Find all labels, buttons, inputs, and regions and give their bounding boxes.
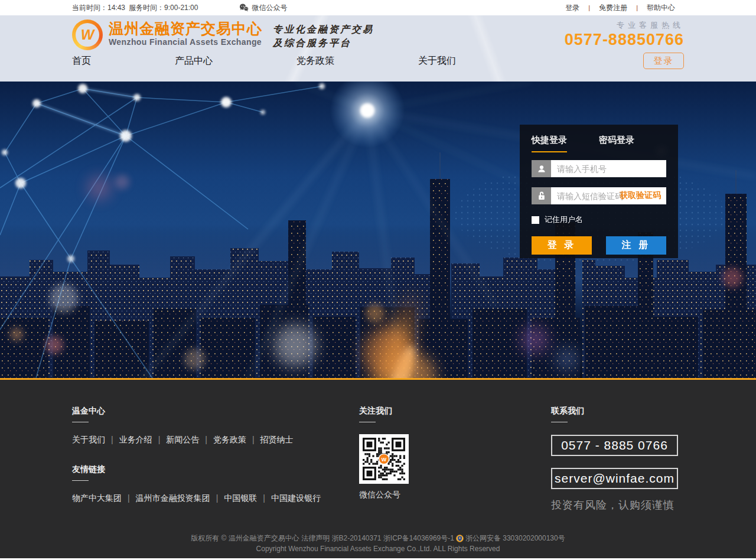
footer-friends-title: 友情链接: [72, 464, 359, 475]
nav-item-products[interactable]: 产品中心: [175, 55, 213, 67]
friend-link-wuchan[interactable]: 物产中大集团: [72, 493, 122, 503]
separator: |: [263, 493, 265, 503]
footer-link-party-policy[interactable]: 党务政策: [213, 435, 246, 444]
tab-password-login[interactable]: 密码登录: [599, 135, 634, 152]
footer-link-business[interactable]: 业务介绍: [119, 435, 152, 444]
nav-item-party-policy[interactable]: 党务政策: [296, 55, 334, 67]
heading-rule: [551, 422, 568, 422]
heading-rule: [72, 422, 89, 422]
wechat-public-account-link[interactable]: 微信公众号: [239, 3, 287, 13]
tagline-line1: 专业化金融资产交易: [273, 22, 374, 36]
sms-field-row: 获取验证码: [532, 187, 666, 204]
brand-title-zh: 温州金融资产交易中心: [109, 19, 262, 37]
tagline-line2: 及综合服务平台: [273, 36, 374, 50]
separator: |: [636, 4, 638, 11]
footer-contact-title: 联系我们: [551, 406, 684, 416]
topbar-register-link[interactable]: 免费注册: [599, 3, 627, 13]
separator: |: [205, 435, 207, 444]
heading-rule: [359, 422, 376, 422]
separator: |: [252, 435, 255, 444]
tab-quick-login[interactable]: 快捷登录: [532, 135, 567, 152]
separator: |: [588, 4, 590, 11]
contact-email: server@winfae.com: [551, 468, 678, 489]
remember-label: 记住用户名: [545, 214, 583, 225]
footer-follow-column: 关注我们 W 微信公众号: [359, 406, 551, 512]
wechat-label: 微信公众号: [252, 3, 287, 13]
service-hotline: 专业客服热线 0577-88850766: [565, 19, 684, 49]
phone-field-row: [532, 160, 666, 177]
svg-text:W: W: [382, 457, 387, 463]
login-tabs: 快捷登录 密码登录: [532, 135, 666, 152]
brand-tagline: 专业化金融资产交易 及综合服务平台: [273, 19, 374, 50]
copyright: 版权所有 © 温州金融资产交易中心 法律声明 浙B2-20140371 浙ICP…: [0, 533, 756, 554]
hero-banner: 快捷登录 密码登录 获取验证码: [0, 82, 756, 380]
copyright-line1: 版权所有 © 温州金融资产交易中心 法律声明 浙B2-20140371 浙ICP…: [0, 533, 756, 543]
footer-friend-links: 物产中大集团|温州市金融投资集团|中国银联|中国建设银行: [72, 493, 359, 504]
get-code-link[interactable]: 获取验证码: [620, 190, 661, 201]
phone-input[interactable]: [551, 160, 666, 177]
user-icon: [532, 160, 551, 177]
register-button[interactable]: 注 册: [606, 236, 666, 255]
lock-icon: [532, 187, 551, 204]
friend-link-ccb[interactable]: 中国建设银行: [271, 493, 321, 503]
hotline-number: 0577-88850766: [565, 31, 684, 49]
separator: |: [111, 435, 113, 444]
hotline-label: 专业客服热线: [565, 20, 684, 31]
footer-center-title: 温金中心: [72, 406, 359, 416]
footer-link-careers[interactable]: 招贤纳士: [260, 435, 294, 444]
footer-link-news[interactable]: 新闻公告: [166, 435, 199, 444]
remember-username-row: 记住用户名: [532, 214, 666, 225]
topbar-login-link[interactable]: 登录: [565, 3, 579, 13]
friend-link-unionpay[interactable]: 中国银联: [224, 493, 257, 503]
main-nav: 首页 产品中心 党务政策 关于我们 登录: [72, 53, 684, 69]
contact-phone: 0577 - 8885 0766: [551, 435, 678, 456]
risk-notice: 投资有风险，认购须谨慎: [551, 498, 684, 512]
nav-item-about[interactable]: 关于我们: [418, 55, 456, 67]
footer: 温金中心 关于我们|业务介绍|新闻公告|党务政策|招贤纳士 友情链接 物产中大集…: [0, 380, 756, 558]
wechat-qr-code: W: [359, 434, 409, 484]
footer-follow-title: 关注我们: [359, 406, 551, 416]
footer-contact-column: 联系我们 0577 - 8885 0766 server@winfae.com …: [551, 406, 684, 512]
nav-item-home[interactable]: 首页: [72, 55, 91, 67]
heading-rule: [72, 480, 89, 481]
wechat-icon: [239, 4, 249, 12]
topbar-help-link[interactable]: 帮助中心: [647, 3, 675, 13]
brand-title-en: Wenzhou Financial Assets Exchange: [109, 37, 262, 47]
login-button[interactable]: 登 录: [532, 236, 592, 255]
footer-link-about[interactable]: 关于我们: [72, 435, 105, 444]
copyright-line2: Copyright Wenzhou Financial Assets Excha…: [0, 543, 756, 554]
login-panel: 快捷登录 密码登录 获取验证码: [520, 125, 678, 258]
friend-link-wenzhou-finance[interactable]: 温州市金融投资集团: [136, 493, 210, 503]
police-badge-icon: [456, 535, 464, 542]
service-time-label: 服务时间：9:00-21:00: [129, 3, 198, 13]
brand-logo-icon: W: [72, 19, 103, 50]
separator: |: [216, 493, 219, 503]
footer-center-links: 关于我们|业务介绍|新闻公告|党务政策|招贤纳士: [72, 435, 359, 445]
current-time-label: 当前时间：14:43: [72, 3, 125, 13]
qr-caption: 微信公众号: [359, 490, 551, 500]
topbar: 当前时间：14:43 服务时间：9:00-21:00 微信公众号 登录 |: [0, 0, 756, 15]
separator: |: [128, 493, 130, 503]
nav-login-button[interactable]: 登录: [643, 53, 684, 69]
site-header: W 温州金融资产交易中心 Wenzhou Financial Assets Ex…: [0, 15, 756, 82]
separator: |: [158, 435, 161, 444]
remember-checkbox[interactable]: [532, 216, 539, 224]
footer-center-column: 温金中心 关于我们|业务介绍|新闻公告|党务政策|招贤纳士 友情链接 物产中大集…: [72, 406, 359, 512]
